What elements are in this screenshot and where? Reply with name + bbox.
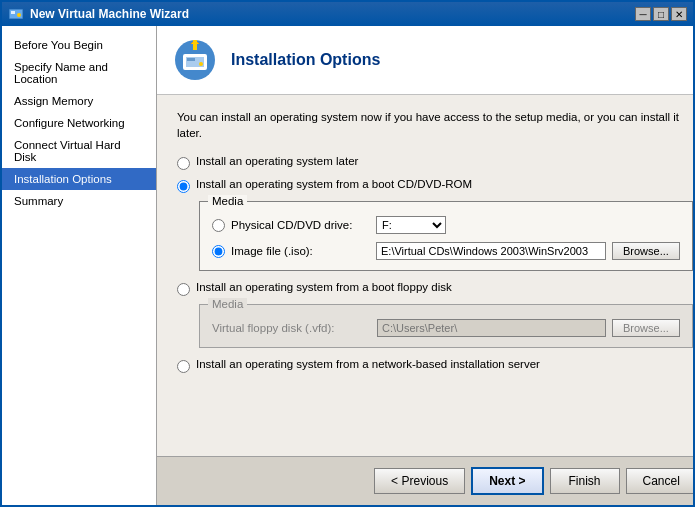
floppy-media-legend: Media: [208, 298, 247, 310]
title-bar: New Virtual Machine Wizard ─ □ ✕: [2, 2, 693, 26]
sidebar-item-connect-hard-disk[interactable]: Connect Virtual Hard Disk: [2, 134, 156, 168]
physical-cd-radio[interactable]: [212, 219, 225, 232]
window-icon: [8, 6, 24, 22]
floppy-browse-button: Browse...: [612, 319, 680, 337]
install-network-label: Install an operating system from a netwo…: [196, 358, 540, 370]
sidebar-item-installation-options[interactable]: Installation Options: [2, 168, 156, 190]
virtual-floppy-input: [377, 319, 606, 337]
next-button[interactable]: Next >: [471, 467, 543, 495]
option-install-floppy: Install an operating system from a boot …: [177, 281, 693, 296]
page-title: Installation Options: [231, 51, 380, 69]
option-install-later: Install an operating system later: [177, 155, 693, 170]
window-title: New Virtual Machine Wizard: [30, 7, 635, 21]
physical-cd-select[interactable]: F:: [376, 216, 446, 234]
content-area: Before You Begin Specify Name and Locati…: [2, 26, 693, 505]
image-file-input[interactable]: [376, 242, 606, 260]
install-later-radio[interactable]: [177, 157, 190, 170]
sidebar: Before You Begin Specify Name and Locati…: [2, 26, 157, 505]
option-install-cdrom: Install an operating system from a boot …: [177, 178, 693, 193]
main-content: You can install an operating system now …: [157, 95, 693, 456]
finish-button[interactable]: Finish: [550, 468, 620, 494]
physical-cdrom-row: Physical CD/DVD drive: F:: [212, 216, 680, 234]
install-later-label: Install an operating system later: [196, 155, 358, 167]
page-description: You can install an operating system now …: [177, 109, 693, 141]
install-network-radio[interactable]: [177, 360, 190, 373]
cancel-button[interactable]: Cancel: [626, 468, 694, 494]
physical-cd-label: Physical CD/DVD drive:: [231, 219, 376, 231]
svg-point-8: [199, 62, 203, 66]
svg-rect-2: [11, 11, 15, 14]
sidebar-item-specify-name[interactable]: Specify Name and Location: [2, 56, 156, 90]
header-icon: [173, 38, 217, 82]
sidebar-item-before-you-begin[interactable]: Before You Begin: [2, 34, 156, 56]
sidebar-item-summary[interactable]: Summary: [2, 190, 156, 212]
main-panel: Installation Options You can install an …: [157, 26, 693, 505]
close-button[interactable]: ✕: [671, 7, 687, 21]
svg-rect-7: [187, 58, 195, 61]
install-cdrom-label: Install an operating system from a boot …: [196, 178, 472, 190]
cdrom-media-legend: Media: [208, 195, 247, 207]
window-controls: ─ □ ✕: [635, 7, 687, 21]
maximize-button[interactable]: □: [653, 7, 669, 21]
install-cdrom-radio[interactable]: [177, 180, 190, 193]
image-browse-button[interactable]: Browse...: [612, 242, 680, 260]
image-file-radio[interactable]: [212, 245, 225, 258]
svg-rect-9: [193, 40, 197, 50]
wizard-footer: < Previous Next > Finish Cancel: [157, 456, 693, 505]
install-floppy-label: Install an operating system from a boot …: [196, 281, 452, 293]
sidebar-item-assign-memory[interactable]: Assign Memory: [2, 90, 156, 112]
virtual-floppy-label: Virtual floppy disk (.vfd):: [212, 322, 377, 334]
image-file-label: Image file (.iso):: [231, 245, 376, 257]
virtual-floppy-row: Virtual floppy disk (.vfd): Browse...: [212, 319, 680, 337]
wizard-window: New Virtual Machine Wizard ─ □ ✕ Before …: [0, 0, 695, 507]
install-floppy-radio[interactable]: [177, 283, 190, 296]
page-header: Installation Options: [157, 26, 693, 95]
option-install-network: Install an operating system from a netwo…: [177, 358, 693, 373]
minimize-button[interactable]: ─: [635, 7, 651, 21]
previous-button[interactable]: < Previous: [374, 468, 465, 494]
image-file-row: Image file (.iso): Browse...: [212, 242, 680, 260]
sidebar-item-configure-networking[interactable]: Configure Networking: [2, 112, 156, 134]
floppy-media-box: Media Virtual floppy disk (.vfd): Browse…: [199, 304, 693, 348]
cdrom-media-box: Media Physical CD/DVD drive: F: Image fi…: [199, 201, 693, 271]
svg-point-3: [17, 13, 21, 17]
